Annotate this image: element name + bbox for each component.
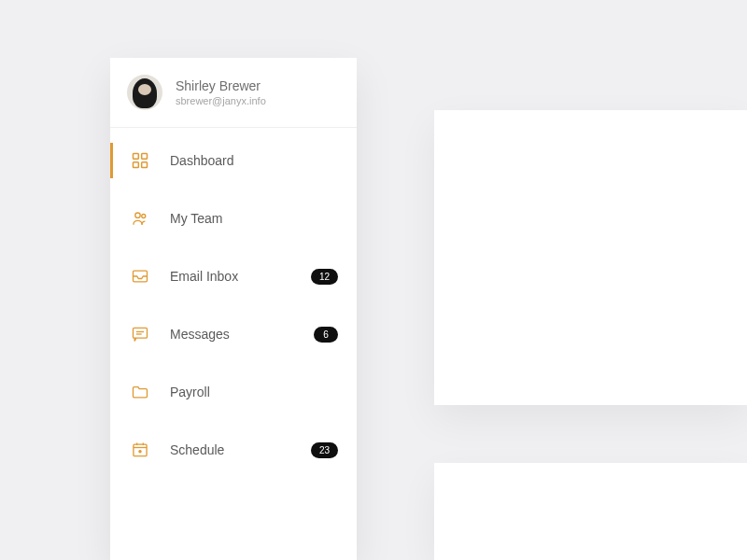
calendar-icon [131,441,149,459]
user-info: Shirley Brewer sbrewer@janyx.info [176,78,266,106]
svg-rect-0 [134,154,139,160]
nav-item-messages[interactable]: Messages 6 [110,305,357,363]
sidebar: Shirley Brewer sbrewer@janyx.info Dashbo… [110,58,357,560]
svg-rect-2 [134,162,139,168]
svg-point-14 [139,451,141,453]
nav-item-payroll[interactable]: Payroll [110,363,357,421]
nav-label: Messages [170,327,314,342]
content-panel-1 [434,110,747,405]
badge: 6 [314,327,338,343]
nav-label: Payroll [170,385,338,399]
nav-item-email-inbox[interactable]: Email Inbox 12 [110,247,357,305]
svg-point-5 [142,215,146,218]
user-name: Shirley Brewer [176,78,266,93]
svg-rect-7 [134,328,148,338]
badge: 23 [311,442,338,458]
user-email: sbrewer@janyx.info [176,95,266,106]
nav-label: My Team [170,211,338,226]
svg-point-4 [135,213,140,217]
nav-label: Email Inbox [170,269,311,284]
svg-rect-1 [142,154,148,160]
user-header[interactable]: Shirley Brewer sbrewer@janyx.info [110,58,357,128]
folder-icon [131,383,149,401]
nav-item-schedule[interactable]: Schedule 23 [110,421,357,479]
grid-icon [131,151,149,170]
content-panel-2 [434,463,747,560]
nav-list: Dashboard My Team Email Inbox [110,128,357,479]
badge: 12 [311,269,338,285]
nav-label: Dashboard [170,153,338,168]
inbox-icon [131,267,149,286]
chat-icon [131,325,149,343]
nav-item-dashboard[interactable]: Dashboard [110,132,357,189]
nav-label: Schedule [170,442,311,457]
svg-rect-3 [142,162,148,168]
nav-item-my-team[interactable]: My Team [110,189,357,247]
avatar [127,75,162,110]
team-icon [131,209,149,228]
